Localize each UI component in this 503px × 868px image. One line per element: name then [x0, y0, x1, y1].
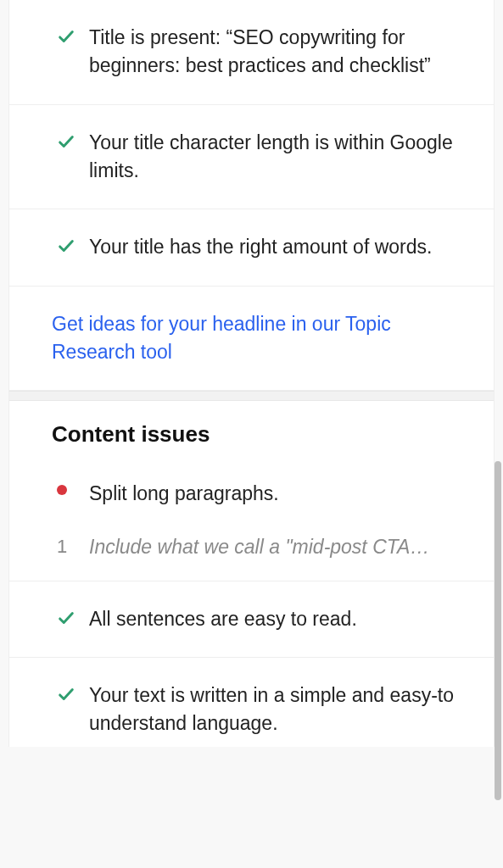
section-divider	[9, 391, 494, 401]
check-icon	[57, 129, 89, 151]
content-check-item: Your text is written in a simple and eas…	[9, 658, 494, 747]
issue-row: Split long paragraphs.	[57, 471, 470, 521]
check-item-text: Title is present: “SEO copywriting for b…	[89, 24, 470, 81]
issue-quote-row[interactable]: 1 Include what we call a "mid-post CTA…	[57, 522, 470, 559]
check-icon	[57, 233, 89, 255]
check-item-text: Your text is written in a simple and eas…	[89, 682, 470, 738]
error-dot-icon	[57, 480, 89, 495]
check-icon	[57, 24, 89, 46]
title-check-item: Your title character length is within Go…	[9, 105, 494, 210]
check-icon	[57, 605, 89, 627]
title-check-item: Your title has the right amount of words…	[9, 209, 494, 286]
seo-check-panel: Title is present: “SEO copywriting for b…	[8, 0, 495, 747]
check-item-text: Your title has the right amount of words…	[89, 233, 470, 261]
content-check-item: All sentences are easy to read.	[9, 581, 494, 658]
content-issues-heading: Content issues	[9, 401, 494, 468]
check-icon	[57, 682, 89, 704]
check-item-text: All sentences are easy to read.	[89, 605, 470, 633]
topic-research-link[interactable]: Get ideas for your headline in our Topic…	[52, 313, 391, 363]
issue-text: Split long paragraphs.	[89, 480, 470, 508]
quote-number: 1	[57, 536, 89, 558]
title-check-item: Title is present: “SEO copywriting for b…	[9, 0, 494, 105]
quote-text: Include what we call a "mid-post CTA…	[89, 536, 470, 559]
scrollbar-thumb[interactable]	[495, 461, 501, 800]
issue-split-paragraphs: Split long paragraphs. 1 Include what we…	[9, 468, 494, 581]
topic-research-link-block: Get ideas for your headline in our Topic…	[9, 287, 494, 392]
check-item-text: Your title character length is within Go…	[89, 129, 470, 186]
